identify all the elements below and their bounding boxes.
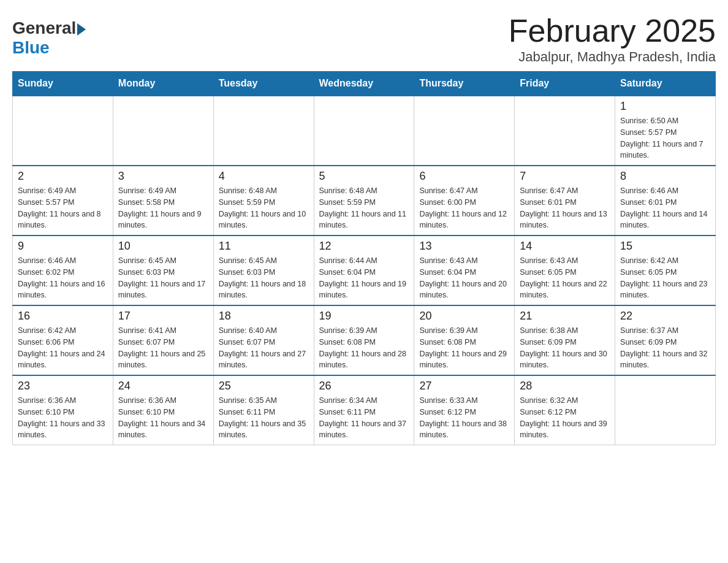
- day-cell: [314, 96, 414, 166]
- day-info: Sunrise: 6:38 AMSunset: 6:09 PMDaylight:…: [520, 325, 610, 371]
- day-number: 1: [620, 100, 710, 113]
- day-info: Sunrise: 6:39 AMSunset: 6:08 PMDaylight:…: [419, 325, 509, 371]
- day-cell: 10Sunrise: 6:45 AMSunset: 6:03 PMDayligh…: [113, 236, 213, 305]
- day-cell: [414, 96, 515, 166]
- day-number: 16: [18, 310, 108, 323]
- day-cell: 1Sunrise: 6:50 AMSunset: 5:57 PMDaylight…: [615, 96, 716, 166]
- day-number: 5: [319, 170, 409, 183]
- logo: GeneralBlue: [12, 12, 86, 58]
- day-info: Sunrise: 6:36 AMSunset: 6:10 PMDaylight:…: [18, 395, 108, 441]
- day-info: Sunrise: 6:47 AMSunset: 6:01 PMDaylight:…: [520, 185, 610, 231]
- day-info: Sunrise: 6:49 AMSunset: 5:58 PMDaylight:…: [118, 185, 208, 231]
- day-cell: 7Sunrise: 6:47 AMSunset: 6:01 PMDaylight…: [515, 166, 615, 236]
- day-number: 14: [520, 240, 610, 253]
- day-info: Sunrise: 6:50 AMSunset: 5:57 PMDaylight:…: [620, 115, 710, 161]
- day-cell: 12Sunrise: 6:44 AMSunset: 6:04 PMDayligh…: [314, 236, 414, 305]
- calendar-title: February 2025: [509, 12, 716, 49]
- day-info: Sunrise: 6:33 AMSunset: 6:12 PMDaylight:…: [419, 395, 509, 441]
- day-cell: [213, 96, 314, 166]
- day-info: Sunrise: 6:46 AMSunset: 6:01 PMDaylight:…: [620, 185, 710, 231]
- day-cell: 23Sunrise: 6:36 AMSunset: 6:10 PMDayligh…: [13, 375, 113, 445]
- weekday-header-thursday: Thursday: [414, 72, 515, 96]
- week-row-4: 16Sunrise: 6:42 AMSunset: 6:06 PMDayligh…: [13, 305, 716, 375]
- day-cell: 27Sunrise: 6:33 AMSunset: 6:12 PMDayligh…: [414, 375, 515, 445]
- day-cell: 4Sunrise: 6:48 AMSunset: 5:59 PMDaylight…: [213, 166, 314, 236]
- day-cell: 25Sunrise: 6:35 AMSunset: 6:11 PMDayligh…: [213, 375, 314, 445]
- calendar-subtitle: Jabalpur, Madhya Pradesh, India: [509, 49, 716, 65]
- weekday-header-tuesday: Tuesday: [213, 72, 314, 96]
- weekday-header-saturday: Saturday: [615, 72, 716, 96]
- day-number: 17: [118, 310, 208, 323]
- day-cell: 18Sunrise: 6:40 AMSunset: 6:07 PMDayligh…: [213, 305, 314, 375]
- day-info: Sunrise: 6:44 AMSunset: 6:04 PMDaylight:…: [319, 255, 409, 301]
- day-number: 22: [620, 310, 710, 323]
- day-cell: 16Sunrise: 6:42 AMSunset: 6:06 PMDayligh…: [13, 305, 113, 375]
- week-row-5: 23Sunrise: 6:36 AMSunset: 6:10 PMDayligh…: [13, 375, 716, 445]
- day-number: 2: [18, 170, 108, 183]
- page-header: GeneralBlue February 2025 Jabalpur, Madh…: [12, 12, 716, 65]
- day-cell: 21Sunrise: 6:38 AMSunset: 6:09 PMDayligh…: [515, 305, 615, 375]
- weekday-header-sunday: Sunday: [13, 72, 113, 96]
- day-info: Sunrise: 6:42 AMSunset: 6:05 PMDaylight:…: [620, 255, 710, 301]
- day-info: Sunrise: 6:49 AMSunset: 5:57 PMDaylight:…: [18, 185, 108, 231]
- day-number: 10: [118, 240, 208, 253]
- day-info: Sunrise: 6:43 AMSunset: 6:04 PMDaylight:…: [419, 255, 509, 301]
- weekday-header-wednesday: Wednesday: [314, 72, 414, 96]
- day-number: 25: [219, 380, 309, 393]
- day-number: 11: [219, 240, 309, 253]
- week-row-2: 2Sunrise: 6:49 AMSunset: 5:57 PMDaylight…: [13, 166, 716, 236]
- day-cell: [113, 96, 213, 166]
- day-cell: 3Sunrise: 6:49 AMSunset: 5:58 PMDaylight…: [113, 166, 213, 236]
- day-number: 4: [219, 170, 309, 183]
- day-info: Sunrise: 6:39 AMSunset: 6:08 PMDaylight:…: [319, 325, 409, 371]
- day-number: 12: [319, 240, 409, 253]
- day-info: Sunrise: 6:43 AMSunset: 6:05 PMDaylight:…: [520, 255, 610, 301]
- day-info: Sunrise: 6:37 AMSunset: 6:09 PMDaylight:…: [620, 325, 710, 371]
- day-number: 7: [520, 170, 610, 183]
- day-number: 15: [620, 240, 710, 253]
- day-cell: 5Sunrise: 6:48 AMSunset: 5:59 PMDaylight…: [314, 166, 414, 236]
- day-cell: 20Sunrise: 6:39 AMSunset: 6:08 PMDayligh…: [414, 305, 515, 375]
- day-cell: 6Sunrise: 6:47 AMSunset: 6:00 PMDaylight…: [414, 166, 515, 236]
- day-cell: 17Sunrise: 6:41 AMSunset: 6:07 PMDayligh…: [113, 305, 213, 375]
- day-cell: [13, 96, 113, 166]
- day-cell: [615, 375, 716, 445]
- day-number: 21: [520, 310, 610, 323]
- day-number: 24: [118, 380, 208, 393]
- week-row-3: 9Sunrise: 6:46 AMSunset: 6:02 PMDaylight…: [13, 236, 716, 305]
- day-number: 3: [118, 170, 208, 183]
- day-info: Sunrise: 6:34 AMSunset: 6:11 PMDaylight:…: [319, 395, 409, 441]
- day-info: Sunrise: 6:42 AMSunset: 6:06 PMDaylight:…: [18, 325, 108, 371]
- day-cell: 19Sunrise: 6:39 AMSunset: 6:08 PMDayligh…: [314, 305, 414, 375]
- day-cell: 15Sunrise: 6:42 AMSunset: 6:05 PMDayligh…: [615, 236, 716, 305]
- day-cell: 14Sunrise: 6:43 AMSunset: 6:05 PMDayligh…: [515, 236, 615, 305]
- day-info: Sunrise: 6:40 AMSunset: 6:07 PMDaylight:…: [219, 325, 309, 371]
- day-info: Sunrise: 6:32 AMSunset: 6:12 PMDaylight:…: [520, 395, 610, 441]
- day-info: Sunrise: 6:47 AMSunset: 6:00 PMDaylight:…: [419, 185, 509, 231]
- day-number: 18: [219, 310, 309, 323]
- day-cell: 11Sunrise: 6:45 AMSunset: 6:03 PMDayligh…: [213, 236, 314, 305]
- weekday-header-friday: Friday: [515, 72, 615, 96]
- day-number: 27: [419, 380, 509, 393]
- day-info: Sunrise: 6:35 AMSunset: 6:11 PMDaylight:…: [219, 395, 309, 441]
- day-info: Sunrise: 6:45 AMSunset: 6:03 PMDaylight:…: [118, 255, 208, 301]
- day-info: Sunrise: 6:41 AMSunset: 6:07 PMDaylight:…: [118, 325, 208, 371]
- day-cell: 24Sunrise: 6:36 AMSunset: 6:10 PMDayligh…: [113, 375, 213, 445]
- day-number: 8: [620, 170, 710, 183]
- day-number: 26: [319, 380, 409, 393]
- day-number: 6: [419, 170, 509, 183]
- title-block: February 2025 Jabalpur, Madhya Pradesh, …: [509, 12, 716, 65]
- day-info: Sunrise: 6:36 AMSunset: 6:10 PMDaylight:…: [118, 395, 208, 441]
- day-cell: 13Sunrise: 6:43 AMSunset: 6:04 PMDayligh…: [414, 236, 515, 305]
- day-number: 19: [319, 310, 409, 323]
- day-cell: 22Sunrise: 6:37 AMSunset: 6:09 PMDayligh…: [615, 305, 716, 375]
- day-cell: 8Sunrise: 6:46 AMSunset: 6:01 PMDaylight…: [615, 166, 716, 236]
- day-info: Sunrise: 6:48 AMSunset: 5:59 PMDaylight:…: [319, 185, 409, 231]
- day-cell: [515, 96, 615, 166]
- day-info: Sunrise: 6:48 AMSunset: 5:59 PMDaylight:…: [219, 185, 309, 231]
- weekday-header-row: SundayMondayTuesdayWednesdayThursdayFrid…: [13, 72, 716, 96]
- day-number: 9: [18, 240, 108, 253]
- day-number: 23: [18, 380, 108, 393]
- day-info: Sunrise: 6:45 AMSunset: 6:03 PMDaylight:…: [219, 255, 309, 301]
- day-number: 20: [419, 310, 509, 323]
